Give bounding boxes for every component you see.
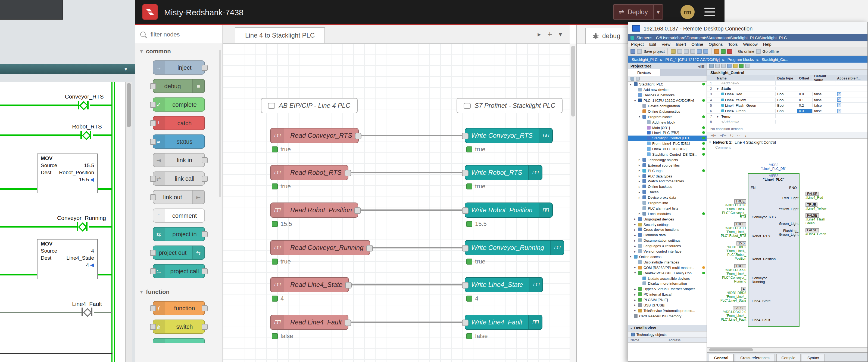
tab-devices[interactable]: Devices [628, 69, 660, 76]
expand-arrow-icon[interactable]: ▸ [634, 233, 638, 237]
interface-row[interactable]: 7 ▾Temp ✓ [707, 114, 867, 119]
write-node[interactable]: ΠΠ Write Robot_Position [465, 202, 553, 218]
tree-item[interactable]: ▸ Technology objects [628, 157, 707, 163]
read-node[interactable]: ΠΠ Read Line4_Fault [270, 315, 348, 330]
palette-node[interactable]: ⇤ link out [152, 190, 205, 204]
interface-row[interactable]: 3 Line4_Red Bool 0.0 false ✓ [707, 92, 867, 97]
palette-category-common[interactable]: ▾ common [135, 44, 222, 58]
editor-horizontal-scrollbar[interactable] [707, 347, 867, 352]
write-node[interactable]: ΠΠ Write Robot_RTS [465, 165, 542, 180]
palette-node[interactable]: ⋔ switch [152, 319, 205, 334]
tree-item[interactable]: ▸ USB [S7USB] [628, 302, 707, 308]
palette-node[interactable]: ≈ status [152, 135, 205, 148]
tree-item[interactable]: ▸ PC internal [Local] [628, 291, 707, 297]
tree-item[interactable]: From_Line4_PLC [DB1] [628, 141, 707, 146]
expand-arrow-icon[interactable]: ▸ [634, 239, 638, 242]
mov-instruction[interactable]: MOV Source4 DestLine4_State 4◀ [37, 239, 98, 279]
tree-item[interactable]: ▸ PLC tags [628, 168, 707, 173]
interface-row[interactable]: 4 Line4_Yellow Bool 0.1 false ✓ [707, 97, 867, 103]
tree-item[interactable]: Line4_PLC_DB [DB2] [628, 146, 707, 151]
ladder-scrollbar[interactable] [125, 82, 132, 362]
expand-arrow-icon[interactable]: ▸ [639, 179, 643, 183]
copy-icon[interactable] [684, 49, 689, 54]
menu-item[interactable]: Window [740, 42, 760, 47]
expand-arrow-icon[interactable]: ▸ [634, 287, 638, 291]
expand-arrow-icon[interactable]: ▸ [639, 164, 643, 167]
comment-node[interactable]: AB EIP/CIP - Line 4 PLC [261, 98, 358, 113]
interface-row[interactable]: 1 <Add new> ✓ [707, 81, 867, 86]
breadcrumb-item[interactable]: Program blocks [727, 57, 762, 61]
expand-arrow-icon[interactable]: ▸ [634, 228, 638, 231]
accessible-checkbox[interactable]: ✓ [837, 92, 841, 96]
tree-item[interactable]: ▸ TeleService [Automatic protoco... [628, 308, 707, 313]
expand-all-icon[interactable] [721, 64, 725, 68]
open-project-icon[interactable] [637, 49, 642, 54]
rdp-title-bar[interactable]: 192.168.0.137 - Remote Desktop Connectio… [628, 22, 867, 35]
write-node[interactable]: ΠΠ Write Line4_Fault [465, 315, 542, 330]
palette-scrollbar[interactable] [219, 50, 221, 197]
tree-item[interactable]: ▸ External source files [628, 163, 707, 168]
redo-icon[interactable] [703, 49, 708, 54]
palette-category-function[interactable]: ▾ function [135, 285, 222, 299]
tree-item[interactable]: ▸ Languages & resources [628, 243, 707, 249]
flow-list-button[interactable]: ▾ [559, 30, 562, 38]
palette-node[interactable]: ⇥ link in [152, 153, 205, 167]
tree-item[interactable]: Device configuration [628, 103, 707, 109]
expand-arrow-icon[interactable]: ▸ [634, 266, 638, 269]
fbd-output-row[interactable]: Green_Light FALSE#Line4_Flash_ Green [753, 213, 842, 225]
write-node[interactable]: ΠΠ Write Line4_State [465, 277, 543, 292]
ladder-instruction-icon[interactable]: ▭ [737, 133, 740, 137]
ladder-instruction-icon[interactable]: ⊣/⊢ [720, 133, 726, 137]
tree-item[interactable]: ▸ COM [RS232/PPI multi-master... [628, 265, 707, 270]
expand-arrow-icon[interactable]: ▸ [634, 309, 638, 312]
palette-node[interactable]: ≡ debug [152, 79, 205, 93]
main-menu-button[interactable] [704, 8, 715, 16]
tree-item[interactable]: Line4_PLC [FB2] [628, 130, 707, 136]
menu-item[interactable]: Online [689, 42, 706, 47]
write-node[interactable]: ΠΠ Write Conveyor_RTS [465, 128, 553, 143]
breadcrumb-item[interactable]: Stacklight_Co... [762, 57, 788, 61]
output-port[interactable] [344, 170, 351, 176]
scrollbar-thumb[interactable] [571, 46, 575, 116]
download-icon[interactable] [721, 49, 725, 54]
tree-filter-icon[interactable] [630, 77, 634, 80]
inspector-tab[interactable]: Compile [776, 354, 801, 361]
output-port[interactable] [345, 282, 352, 288]
palette-search-input[interactable] [150, 30, 211, 38]
snapshot-icon[interactable] [745, 64, 749, 68]
menu-item[interactable]: Help [761, 42, 774, 47]
tree-settings-icon[interactable] [636, 77, 640, 80]
tree-item[interactable]: ▸ Common data [628, 232, 707, 238]
fbd-input-row[interactable]: 15.5%DB1.DBD2 "From_Line4_ PLC".Robot_ P… [707, 241, 801, 260]
tree-item[interactable]: Stacklight_Control [FB1] [628, 136, 707, 141]
expand-arrow-icon[interactable]: ▸ [634, 217, 638, 220]
tree-item[interactable]: Main [OB1] [628, 124, 707, 130]
read-node[interactable]: ΠΠ Read Conveyor_RTS [270, 128, 359, 143]
input-port[interactable] [462, 133, 468, 139]
menu-item[interactable]: Project [628, 42, 647, 47]
expand-arrow-icon[interactable]: ▸ [639, 158, 643, 161]
palette-node[interactable]: ƒ function [152, 301, 205, 315]
expand-arrow-icon[interactable]: ▸ [634, 223, 638, 226]
input-port[interactable] [462, 282, 468, 288]
details-module-row[interactable]: Technology objects [628, 331, 707, 337]
inspector-tab[interactable]: Syntax [802, 354, 825, 361]
tree-item[interactable]: ▸ Cross-device functions [628, 227, 707, 232]
input-port[interactable] [462, 207, 468, 214]
fbd-output-row[interactable]: Yellow_Light TRUE#Line4_Yellow [753, 202, 842, 211]
tree-item[interactable]: ▸ Traces [628, 190, 707, 195]
interface-row[interactable]: 2 ▾Static ✓ [707, 86, 867, 91]
deploy-options-button[interactable]: ▾ [653, 5, 662, 19]
ladder-instruction-icon[interactable]: ( ) [730, 133, 733, 137]
output-port[interactable] [354, 207, 361, 214]
expand-arrow-icon[interactable]: ▸ [634, 244, 638, 247]
tree-item[interactable]: ▸ Hyper-V Virtual Ethernet Adapter [628, 286, 707, 292]
menu-item[interactable]: Insert [673, 42, 689, 47]
flow-canvas[interactable]: AB EIP/CIP - Line 4 PLC S7 Profinet - St… [223, 44, 569, 362]
expand-arrow-icon[interactable]: ▸ [634, 293, 638, 296]
scrollbar-thumb[interactable] [127, 83, 131, 127]
output-port[interactable] [344, 319, 351, 326]
pin-panel-icon[interactable]: ◀ ▦ [698, 64, 704, 68]
tree-item[interactable]: Add new device [628, 87, 707, 92]
accessible-checkbox[interactable]: ✓ [837, 103, 841, 108]
